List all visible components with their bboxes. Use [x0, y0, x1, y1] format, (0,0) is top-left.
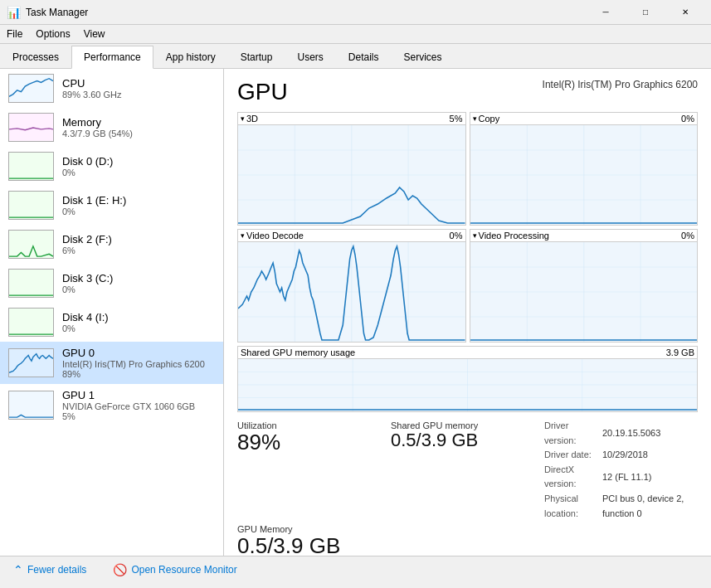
svg-rect-2: [9, 153, 53, 180]
disk4-name: Disk 4 (I:): [62, 311, 215, 323]
sidebar-item-gpu1[interactable]: GPU 1 NVIDIA GeForce GTX 1060 6GB5%: [0, 384, 223, 426]
chart-videodecode-label: ▾ Video Decode 0%: [238, 230, 465, 242]
resource-monitor-icon: 🚫: [113, 563, 127, 576]
sidebar-item-disk2[interactable]: Disk 2 (F:) 6%: [0, 225, 223, 264]
chart-copy-percent: 0%: [681, 114, 694, 124]
tab-services[interactable]: Services: [392, 46, 455, 69]
gpu0-info: GPU 0 Intel(R) Iris(TM) Pro Graphics 620…: [62, 347, 215, 379]
svg-rect-4: [9, 231, 53, 258]
utilization-value: 89%: [237, 430, 391, 454]
disk2-info: Disk 2 (F:) 6%: [62, 233, 215, 255]
sidebar-item-gpu0[interactable]: GPU 0 Intel(R) Iris(TM) Pro Graphics 620…: [0, 342, 223, 384]
chart-3d-name: 3D: [246, 114, 258, 124]
main-content: CPU 89% 3.60 GHz Memory 4.3/7.9 GB (54%): [0, 69, 711, 556]
fewer-details-label: Fewer details: [27, 564, 86, 576]
memory-name: Memory: [62, 116, 215, 129]
menu-file[interactable]: File: [0, 27, 29, 41]
driver-version-value: 20.19.15.5063: [602, 419, 698, 448]
chart-videodecode-arrow: ▾: [241, 231, 245, 240]
disk3-detail: 0%: [62, 284, 215, 294]
menu-bar: File Options View: [0, 25, 711, 44]
driver-version-label: Driver version:: [544, 419, 602, 448]
memory-detail: 4.3/7.9 GB (54%): [62, 129, 215, 138]
panel-subtitle: Intel(R) Iris(TM) Pro Graphics 6200: [543, 79, 698, 90]
sidebar-item-cpu[interactable]: CPU 89% 3.60 GHz: [0, 69, 223, 108]
cpu-name: CPU: [62, 77, 215, 90]
memory-info: Memory 4.3/7.9 GB (54%): [62, 116, 215, 138]
stats-left: Utilization 89%: [237, 419, 391, 521]
sidebar-item-disk4[interactable]: Disk 4 (I:) 0%: [0, 303, 223, 342]
cpu-info: CPU 89% 3.60 GHz: [62, 77, 215, 100]
chart-videoprocessing: ▾ Video Processing 0%: [470, 229, 699, 343]
close-button[interactable]: ✕: [666, 0, 704, 25]
tab-startup[interactable]: Startup: [228, 46, 285, 69]
physical-label: Physical location:: [544, 492, 602, 521]
chart-videoprocessing-arrow: ▾: [473, 231, 477, 240]
fewer-details-button[interactable]: ⌃ Fewer details: [8, 560, 91, 580]
tab-performance[interactable]: Performance: [71, 46, 153, 69]
chart-videoprocessing-name: Video Processing: [479, 231, 549, 241]
bottom-bar: ⌃ Fewer details 🚫 Open Resource Monitor: [0, 556, 711, 582]
shared-mem-value: 3.9 GB: [666, 347, 694, 357]
disk3-thumbnail: [8, 269, 54, 298]
open-resource-monitor-label: Open Resource Monitor: [131, 564, 236, 576]
tab-details[interactable]: Details: [336, 46, 392, 69]
gpu-memory-block: GPU Memory 0.5/3.9 GB: [237, 524, 340, 556]
gpu-mem-row: GPU Memory 0.5/3.9 GB: [237, 524, 698, 556]
sidebar-item-disk1[interactable]: Disk 1 (E: H:) 0%: [0, 186, 223, 225]
shared-mem-label: Shared GPU memory usage 3.9 GB: [237, 346, 698, 358]
menu-view[interactable]: View: [77, 27, 112, 41]
sidebar-item-disk0[interactable]: Disk 0 (D:) 0%: [0, 147, 223, 186]
shared-gpu-block: Shared GPU memory 0.5/3.9 GB: [391, 419, 544, 452]
chart-3d-percent: 5%: [450, 114, 463, 124]
memory-thumbnail: [8, 113, 54, 142]
disk3-name: Disk 3 (C:): [62, 272, 215, 284]
maximize-button[interactable]: □: [626, 0, 665, 25]
chart-copy-arrow: ▾: [473, 114, 477, 123]
chart-videoprocessing-label: ▾ Video Processing 0%: [470, 230, 698, 242]
chart-videoprocessing-percent: 0%: [681, 231, 694, 241]
disk1-thumbnail: [8, 191, 54, 220]
shared-mem-chart: [237, 358, 698, 412]
shared-mem-title: Shared GPU memory usage: [241, 347, 355, 357]
chart-videoprocessing-body: [470, 242, 698, 342]
chart-videodecode-body: [238, 242, 465, 342]
gpu1-info: GPU 1 NVIDIA GeForce GTX 1060 6GB5%: [62, 389, 215, 421]
tab-users[interactable]: Users: [285, 46, 335, 69]
chart-copy-name: Copy: [479, 114, 500, 124]
disk2-name: Disk 2 (F:): [62, 233, 215, 245]
minimize-button[interactable]: ─: [587, 0, 625, 25]
shared-gpu-value: 0.5/3.9 GB: [391, 430, 544, 450]
disk2-detail: 6%: [62, 245, 215, 255]
sidebar: CPU 89% 3.60 GHz Memory 4.3/7.9 GB (54%): [0, 69, 224, 556]
title-bar: 📊 Task Manager ─ □ ✕: [0, 0, 711, 25]
gpu0-name: GPU 0: [62, 347, 215, 359]
gpu1-thumbnail: [8, 391, 54, 420]
cpu-thumbnail: [8, 74, 54, 103]
stats-right: Driver version: 20.19.15.5063 Driver dat…: [544, 419, 698, 521]
disk4-thumbnail: [8, 308, 54, 337]
chart-videodecode-percent: 0%: [450, 231, 463, 241]
svg-rect-1: [9, 114, 53, 141]
chart-3d-arrow: ▾: [241, 114, 245, 123]
utilization-block: Utilization 89%: [237, 419, 391, 456]
disk0-thumbnail: [8, 152, 54, 181]
svg-rect-8: [9, 391, 53, 419]
disk3-info: Disk 3 (C:) 0%: [62, 272, 215, 294]
open-resource-monitor-button[interactable]: 🚫 Open Resource Monitor: [108, 560, 241, 580]
chart-copy: ▾ Copy 0%: [470, 112, 699, 226]
gpu1-name: GPU 1: [62, 389, 215, 401]
menu-options[interactable]: Options: [29, 27, 76, 41]
driver-date-value: 10/29/2018: [602, 448, 698, 463]
chart-3d-label: ▾ 3D 5%: [238, 113, 465, 125]
right-panel: GPU Intel(R) Iris(TM) Pro Graphics 6200 …: [224, 69, 711, 556]
gpu0-thumbnail: [8, 348, 54, 377]
sidebar-item-memory[interactable]: Memory 4.3/7.9 GB (54%): [0, 108, 223, 147]
sidebar-item-disk3[interactable]: Disk 3 (C:) 0%: [0, 264, 223, 303]
tab-processes[interactable]: Processes: [0, 46, 71, 69]
app-title: Task Manager: [26, 7, 587, 18]
disk4-detail: 0%: [62, 323, 215, 333]
app-icon: 📊: [7, 6, 21, 19]
tab-app-history[interactable]: App history: [153, 46, 228, 69]
window-controls: ─ □ ✕: [587, 0, 704, 25]
